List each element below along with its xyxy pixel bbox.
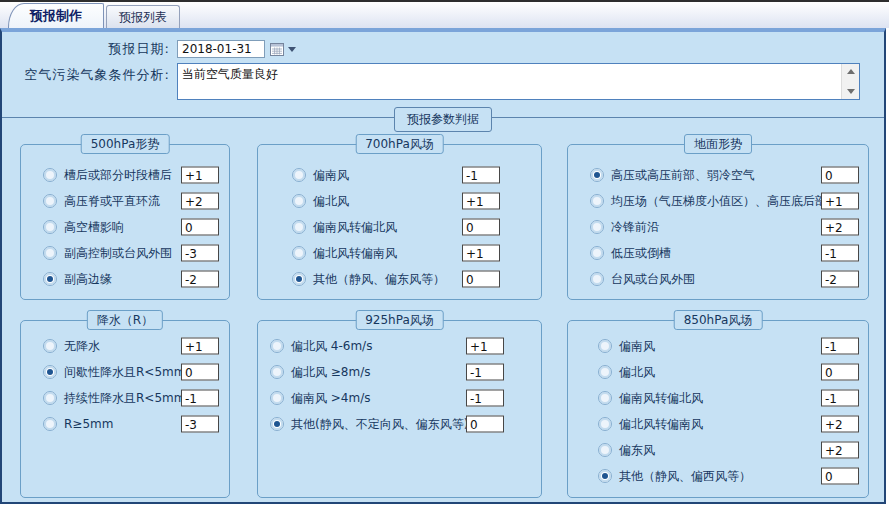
option-label[interactable]: 偏东风 xyxy=(619,442,655,459)
option-label[interactable]: 偏北风 xyxy=(313,193,349,210)
option-label[interactable]: 高压或高压前部、弱冷空气 xyxy=(611,167,755,184)
radio-button[interactable] xyxy=(590,194,604,208)
option-label[interactable]: 偏北风 4-6m/s xyxy=(291,338,372,355)
radio-button[interactable] xyxy=(598,365,612,379)
radio-button[interactable] xyxy=(598,391,612,405)
radio-button[interactable] xyxy=(590,220,604,234)
radio-button[interactable] xyxy=(598,443,612,457)
option-label[interactable]: 冷锋前沿 xyxy=(611,219,659,236)
radio-button-selected[interactable] xyxy=(598,469,612,483)
radio-button-selected[interactable] xyxy=(292,272,306,286)
option-label[interactable]: 副高控制或台风外围 xyxy=(64,245,172,262)
radio-button[interactable] xyxy=(292,194,306,208)
radio-button[interactable] xyxy=(43,246,57,260)
option-label[interactable]: 均压场（气压梯度小值区）、高压底后部 xyxy=(611,193,827,210)
score-input[interactable] xyxy=(181,416,219,433)
forecast-date-value[interactable]: 2018-01-31 xyxy=(177,40,265,58)
option-row: 高压或高压前部、弱冷空气 xyxy=(568,162,868,188)
option-label[interactable]: 持续性降水且R<5mm xyxy=(64,390,185,407)
score-input[interactable] xyxy=(181,271,219,288)
radio-button-selected[interactable] xyxy=(43,365,57,379)
option-label[interactable]: R≥5mm xyxy=(64,417,113,431)
radio-button[interactable] xyxy=(43,168,57,182)
option-label[interactable]: 偏南风 >4m/s xyxy=(291,390,371,407)
scroll-down-button[interactable] xyxy=(842,84,859,99)
textarea-scrollbar[interactable] xyxy=(841,64,859,99)
score-input[interactable] xyxy=(821,245,859,262)
radio-button-selected[interactable] xyxy=(590,168,604,182)
option-label[interactable]: 偏北风转偏南风 xyxy=(313,245,397,262)
score-input[interactable] xyxy=(821,390,859,407)
radio-button[interactable] xyxy=(598,339,612,353)
score-input[interactable] xyxy=(821,364,859,381)
option-label[interactable]: 偏北风转偏南风 xyxy=(619,416,703,433)
scroll-up-button[interactable] xyxy=(842,64,859,79)
option-label[interactable]: 偏南风 xyxy=(619,338,655,355)
score-input[interactable] xyxy=(821,167,859,184)
option-label[interactable]: 偏南风 xyxy=(313,167,349,184)
score-input[interactable] xyxy=(821,219,859,236)
option-label[interactable]: 偏南风转偏北风 xyxy=(619,390,703,407)
option-label[interactable]: 偏北风 ≥8m/s xyxy=(291,364,371,381)
score-input[interactable] xyxy=(466,390,504,407)
radio-button[interactable] xyxy=(292,246,306,260)
score-input[interactable] xyxy=(462,219,500,236)
radio-button[interactable] xyxy=(43,391,57,405)
option-label[interactable]: 其他(静风、不定向风、偏东风等) xyxy=(291,416,468,433)
score-input[interactable] xyxy=(462,271,500,288)
option-label[interactable]: 低压或倒槽 xyxy=(611,245,671,262)
score-input[interactable] xyxy=(466,338,504,355)
score-input[interactable] xyxy=(181,364,219,381)
score-input[interactable] xyxy=(462,167,500,184)
option-label[interactable]: 台风或台风外围 xyxy=(611,271,695,288)
radio-button-selected[interactable] xyxy=(270,417,284,431)
score-input[interactable] xyxy=(466,416,504,433)
group-925hpa-wind: 925hPa风场偏北风 4-6m/s偏北风 ≥8m/s偏南风 >4m/s其他(静… xyxy=(257,320,542,498)
radio-button[interactable] xyxy=(590,246,604,260)
option-label[interactable]: 高压脊或平直环流 xyxy=(64,193,160,210)
option-label[interactable]: 偏北风 xyxy=(619,364,655,381)
radio-button[interactable] xyxy=(43,339,57,353)
score-input[interactable] xyxy=(181,338,219,355)
radio-button[interactable] xyxy=(43,194,57,208)
radio-button[interactable] xyxy=(270,391,284,405)
score-input[interactable] xyxy=(181,167,219,184)
score-input[interactable] xyxy=(821,193,859,210)
calendar-icon[interactable] xyxy=(270,43,284,56)
score-input[interactable] xyxy=(181,245,219,262)
analysis-textarea[interactable]: 当前空气质量良好 xyxy=(177,63,860,100)
dropdown-caret-icon[interactable] xyxy=(288,47,296,56)
radio-button[interactable] xyxy=(292,220,306,234)
radio-button[interactable] xyxy=(43,417,57,431)
option-label[interactable]: 偏南风转偏北风 xyxy=(313,219,397,236)
option-label[interactable]: 高空槽影响 xyxy=(64,219,124,236)
score-input[interactable] xyxy=(181,219,219,236)
option-label[interactable]: 副高边缘 xyxy=(64,271,112,288)
tab-forecast-list[interactable]: 预报列表 xyxy=(106,5,180,28)
score-input[interactable] xyxy=(821,271,859,288)
radio-button-selected[interactable] xyxy=(43,272,57,286)
radio-button[interactable] xyxy=(590,272,604,286)
score-input[interactable] xyxy=(462,245,500,262)
forecast-date-picker[interactable]: 2018-01-31 xyxy=(177,40,296,58)
score-input[interactable] xyxy=(181,390,219,407)
radio-button[interactable] xyxy=(43,220,57,234)
score-input[interactable] xyxy=(821,416,859,433)
option-label[interactable]: 间歇性降水且R<5mm xyxy=(64,364,185,381)
score-input[interactable] xyxy=(821,468,859,485)
score-input[interactable] xyxy=(181,193,219,210)
score-input[interactable] xyxy=(462,193,500,210)
radio-button[interactable] xyxy=(292,168,306,182)
radio-button[interactable] xyxy=(270,365,284,379)
score-input[interactable] xyxy=(466,364,504,381)
option-label[interactable]: 其他（静风、偏西风等） xyxy=(619,468,751,485)
radio-button[interactable] xyxy=(270,339,284,353)
option-label[interactable]: 槽后或部分时段槽后 xyxy=(64,167,172,184)
tab-forecast-production[interactable]: 预报制作 xyxy=(8,3,104,28)
group-500hpa-situation: 500hPa形势槽后或部分时段槽后高压脊或平直环流高空槽影响副高控制或台风外围副… xyxy=(20,144,230,300)
option-label[interactable]: 无降水 xyxy=(64,338,100,355)
option-label[interactable]: 其他（静风、偏东风等） xyxy=(313,271,445,288)
score-input[interactable] xyxy=(821,442,859,459)
score-input[interactable] xyxy=(821,338,859,355)
radio-button[interactable] xyxy=(598,417,612,431)
